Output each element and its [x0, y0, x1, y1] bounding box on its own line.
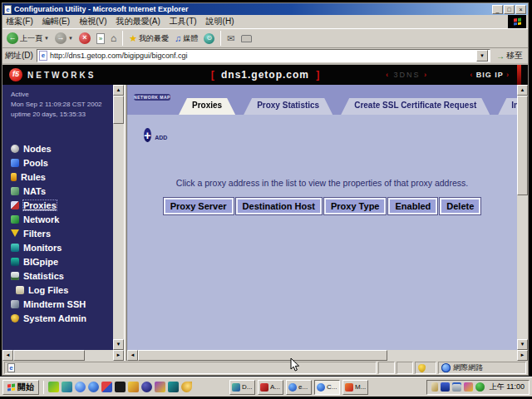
system-status: Active Mon Sep 2 11:09:28 CST 2002 uptim… — [2, 85, 113, 120]
menu-edit[interactable]: 編輯(E) — [42, 16, 70, 27]
back-dropdown-icon[interactable]: ▼ — [44, 36, 49, 41]
network-icon — [11, 215, 19, 224]
scrollbar-thumb[interactable] — [138, 350, 387, 361]
msn-icon[interactable] — [101, 382, 112, 392]
sidebar-item-nodes[interactable]: Nodes — [2, 141, 113, 155]
messenger-icon[interactable] — [441, 382, 450, 392]
winamp-icon[interactable] — [155, 382, 165, 392]
print-button[interactable] — [239, 34, 254, 43]
task-button-1[interactable]: D... — [229, 380, 255, 395]
tab-create-ssl-certificate-request[interactable]: Create SSL Certificate Request — [341, 98, 490, 115]
toolbar-separator — [122, 31, 123, 46]
column-header-enabled: Enabled — [388, 198, 437, 214]
tab-proxies[interactable]: Proxies — [179, 98, 235, 115]
windows-flag-icon — [514, 18, 521, 26]
sidebar-item-log-files[interactable]: Log Files — [2, 283, 113, 297]
title-bar[interactable]: e Configuration Utility - Microsoft Inte… — [2, 3, 528, 15]
volume-icon[interactable] — [431, 382, 438, 392]
stop-button[interactable]: × — [77, 32, 92, 45]
editor-icon[interactable] — [128, 382, 139, 392]
desktop-screen: e Configuration Utility - Microsoft Inte… — [0, 0, 532, 399]
internet-explorer-icon[interactable] — [88, 382, 99, 392]
network-map-button[interactable]: NETWORK MAP — [134, 87, 170, 102]
scroll-up-icon[interactable]: ▲ — [113, 85, 124, 96]
content-vertical-scrollbar[interactable]: ▲ ▼ — [517, 85, 528, 350]
task-button-3[interactable]: e... — [286, 380, 312, 395]
tab-install-ssl-certificate[interactable]: Install SSL Certif — [498, 98, 517, 115]
scroll-right-icon[interactable]: ► — [113, 350, 124, 361]
scroll-right-icon[interactable]: ► — [517, 350, 528, 361]
task-icon — [317, 383, 325, 392]
tab-proxy-statistics[interactable]: Proxy Statistics — [244, 98, 332, 115]
scroll-up-icon[interactable]: ▲ — [517, 85, 528, 96]
sidebar-item-pools[interactable]: Pools — [2, 155, 113, 170]
outlook-express-icon[interactable] — [62, 382, 72, 392]
antivirus-icon[interactable] — [475, 382, 485, 392]
minimize-button[interactable]: _ — [492, 5, 503, 14]
menu-file[interactable]: 檔案(F) — [6, 16, 33, 27]
scroll-down-icon[interactable]: ▼ — [113, 339, 124, 350]
sidebar-item-nats[interactable]: NATs — [2, 184, 113, 198]
forward-button[interactable]: → ▼ — [53, 32, 75, 45]
scroll-down-icon[interactable]: ▼ — [517, 339, 528, 350]
go-button[interactable]: → 移至 — [494, 49, 525, 62]
moon-icon[interactable] — [181, 382, 192, 392]
menu-tools[interactable]: 工具(T) — [170, 16, 197, 27]
mail-button[interactable]: ✉ — [225, 32, 236, 45]
close-button[interactable]: × — [515, 5, 526, 14]
address-input[interactable]: e http://dns1.getop.com/bigipgui/bigconf… — [37, 49, 490, 62]
add-label: ADD — [155, 135, 167, 140]
media-player-icon[interactable] — [141, 382, 152, 392]
refresh-button[interactable]: » — [95, 32, 106, 45]
status-segment — [397, 362, 413, 374]
sidebar-item-system-admin[interactable]: System Admin — [2, 311, 113, 325]
sidebar-item-filters[interactable]: Filters — [2, 226, 113, 240]
media-button[interactable]: ♫ 媒體 — [173, 32, 200, 45]
home-button[interactable]: ⌂ — [109, 32, 118, 45]
sidebar-item-bigpipe[interactable]: BIGpipe — [2, 254, 113, 268]
task-icon — [288, 383, 297, 392]
forward-dropdown-icon[interactable]: ▼ — [68, 36, 73, 41]
system-admin-icon — [11, 314, 19, 323]
display-icon[interactable] — [452, 382, 461, 392]
sidebar-item-rules[interactable]: Rules — [2, 170, 113, 184]
address-dropdown-icon[interactable]: ▼ — [476, 50, 488, 62]
sidebar-item-mindterm-ssh[interactable]: Mindterm SSH — [2, 297, 113, 311]
task-button-2[interactable]: A... — [258, 380, 283, 395]
task-button-5[interactable]: M... — [342, 380, 368, 395]
history-button[interactable]: ⊙ — [202, 32, 216, 45]
task-button-active[interactable]: C... — [314, 380, 340, 395]
menu-view[interactable]: 檢視(V) — [79, 16, 106, 27]
sidebar-item-monitors[interactable]: Monitors — [2, 240, 113, 254]
statistics-icon — [11, 272, 19, 280]
menu-help[interactable]: 說明(H) — [206, 16, 234, 27]
command-prompt-icon[interactable] — [115, 382, 126, 392]
frames-area: Active Mon Sep 2 11:09:28 CST 2002 uptim… — [2, 85, 528, 361]
realplayer-icon[interactable] — [168, 382, 179, 392]
home-icon: ⌂ — [111, 32, 116, 44]
scrollbar-thumb[interactable] — [517, 96, 528, 195]
scroll-left-icon[interactable]: ◄ — [2, 350, 13, 361]
add-proxy-button[interactable]: + ADD — [144, 125, 167, 145]
windows-flag-icon — [7, 383, 15, 391]
content-horizontal-scrollbar[interactable]: ◄ ► — [127, 350, 528, 361]
sidebar-horizontal-scrollbar[interactable]: ◄ ► — [2, 350, 124, 361]
scrollbar-thumb[interactable] — [113, 96, 124, 124]
favorites-button[interactable]: ★ 我的最愛 — [127, 32, 170, 45]
scroll-left-icon[interactable]: ◄ — [127, 350, 138, 361]
scheduler-icon[interactable] — [464, 382, 473, 392]
sidebar-item-statistics[interactable]: Statistics — [2, 268, 113, 283]
menu-favorites[interactable]: 我的最愛(A) — [116, 16, 160, 27]
proxy-table-header-row: Proxy Server Destination Host Proxy Type… — [127, 198, 517, 214]
show-desktop-icon[interactable] — [48, 382, 59, 392]
sidebar-item-network[interactable]: Network — [2, 212, 113, 226]
restore-button[interactable]: □ — [504, 5, 515, 14]
sidebar-vertical-scrollbar[interactable]: ▲ ▼ — [113, 85, 124, 350]
scrollbar-thumb[interactable] — [13, 350, 85, 361]
back-button[interactable]: ← 上一頁 ▼ — [5, 32, 51, 45]
chevron-right-icon: › — [424, 71, 428, 79]
sidebar-item-proxies[interactable]: Proxies — [2, 198, 113, 212]
browser-globe-icon[interactable] — [75, 382, 86, 392]
status-security-segment — [415, 362, 436, 374]
start-button[interactable]: 開始 — [2, 380, 39, 395]
